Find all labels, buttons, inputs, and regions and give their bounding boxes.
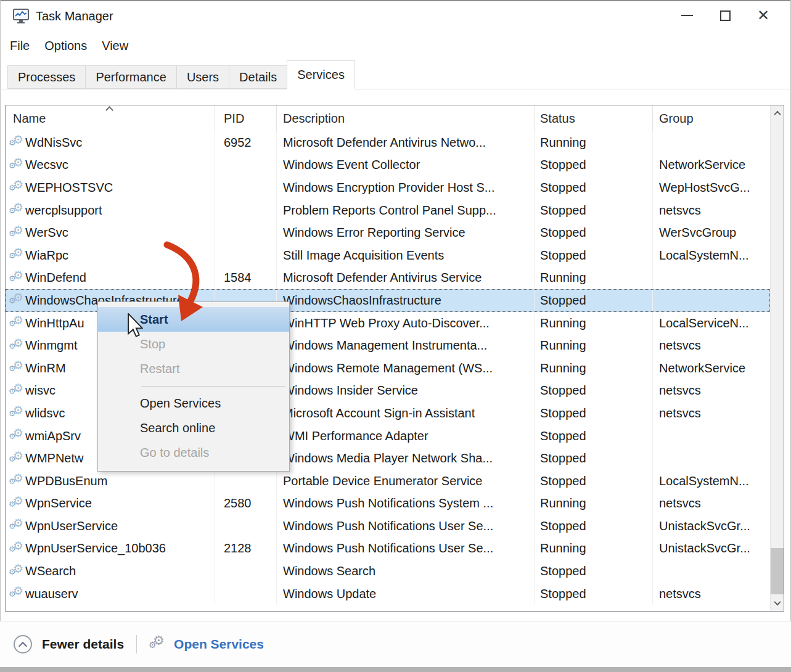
cell-description: WindowsChaosInfrastructure — [277, 289, 535, 312]
cell-status: Running — [535, 334, 653, 357]
cell-pid — [215, 244, 277, 267]
table-row[interactable]: WecsvcWindows Event CollectorStoppedNetw… — [6, 154, 770, 177]
table-row[interactable]: WdNisSvc6952Microsoft Defender Antivirus… — [6, 131, 770, 154]
cell-name: WpnUserService — [6, 515, 215, 538]
minimize-button[interactable] — [668, 3, 706, 28]
table-row[interactable]: WiaRpcStill Image Acquisition EventsStop… — [6, 244, 770, 267]
minimize-icon — [681, 15, 693, 16]
table-row[interactable]: WpnUserService_10b0362128Windows Push No… — [6, 538, 770, 560]
tab-performance[interactable]: Performance — [85, 65, 177, 89]
column-header-group[interactable]: Group — [653, 105, 770, 131]
cell-pid: 6952 — [215, 131, 277, 154]
cell-group: netsvcs — [653, 380, 770, 403]
table-row[interactable]: WerSvcWindows Error Reporting ServiceSto… — [6, 221, 770, 244]
tab-strip: ProcessesPerformanceUsersDetailsServices — [0, 59, 791, 89]
table-row[interactable]: WEPHOSTSVCWindows Encryption Provider Ho… — [6, 176, 770, 199]
cell-description: Problem Reports Control Panel Supp... — [277, 199, 535, 222]
fewer-details-toggle[interactable]: Fewer details — [14, 635, 124, 654]
cell-pid — [215, 560, 277, 583]
cell-status: Running — [535, 312, 653, 335]
cell-group: netsvcs — [653, 493, 770, 515]
table-row[interactable]: wercplsupportProblem Reports Control Pan… — [6, 199, 770, 222]
open-services-link[interactable]: Open Services — [174, 637, 264, 652]
gear-icon — [9, 451, 25, 467]
cell-group — [653, 131, 770, 154]
window-border-left — [0, 0, 1, 672]
tab-users[interactable]: Users — [176, 65, 229, 89]
cell-group — [653, 425, 770, 448]
scrollbar-down-button[interactable] — [771, 595, 784, 611]
window-title: Task Manager — [36, 9, 113, 23]
table-row[interactable]: WSearchWindows SearchStopped — [6, 560, 770, 583]
close-button[interactable]: ✕ — [744, 3, 782, 28]
cell-pid: 2128 — [215, 538, 277, 560]
cell-status: Stopped — [535, 154, 653, 177]
service-context-menu: StartStopRestartOpen ServicesSearch onli… — [97, 301, 290, 472]
menu-item-search-online[interactable]: Search online — [98, 416, 289, 440]
cell-group: UnistackSvcGr... — [653, 538, 770, 560]
menu-item-start[interactable]: Start — [98, 307, 289, 332]
column-header-description[interactable]: Description — [277, 105, 535, 131]
menu-file[interactable]: File — [2, 39, 37, 53]
tab-details[interactable]: Details — [229, 65, 287, 89]
gear-icon — [9, 518, 25, 534]
cell-description: Windows Push Notifications User Se... — [277, 538, 535, 560]
gear-icon — [9, 157, 25, 173]
cell-name: wuauserv — [6, 583, 215, 605]
cell-group: UnistackSvcGr... — [653, 515, 770, 538]
service-name: Winmgmt — [25, 338, 77, 353]
cell-group: WepHostSvcG... — [653, 176, 770, 199]
gear-icon — [9, 383, 25, 399]
cell-status: Stopped — [535, 583, 653, 605]
scrollbar-up-button[interactable] — [771, 105, 784, 121]
cell-description: Microsoft Defender Antivirus Netwo... — [277, 131, 535, 154]
vertical-scrollbar[interactable] — [770, 105, 784, 611]
maximize-button[interactable] — [706, 3, 744, 28]
table-row[interactable]: WinDefend1584Microsoft Defender Antiviru… — [6, 267, 770, 290]
service-name: WpnUserService — [25, 519, 118, 533]
cell-description: Windows Insider Service — [277, 380, 535, 403]
table-row[interactable]: WpnUserServiceWindows Push Notifications… — [6, 515, 770, 538]
cell-pid: 2580 — [215, 493, 277, 515]
cell-status: Running — [535, 538, 653, 560]
table-row[interactable]: wuauservWindows UpdateStoppednetsvcs — [6, 583, 770, 605]
cell-status: Running — [535, 357, 653, 380]
menu-separator — [141, 386, 285, 387]
cell-description: Windows Push Notifications User Se... — [277, 515, 535, 538]
title-bar[interactable]: Task Manager ✕ — [0, 1, 791, 31]
cell-description: Windows Encryption Provider Host S... — [277, 176, 535, 199]
cell-name: WdNisSvc — [6, 131, 215, 154]
table-row[interactable]: WPDBusEnumPortable Device Enumerator Ser… — [6, 470, 770, 493]
chevron-down-icon — [774, 599, 781, 605]
gear-icon — [9, 405, 25, 421]
cell-status: Running — [535, 131, 653, 154]
menu-view[interactable]: View — [94, 39, 136, 53]
cell-name: Wecsvc — [6, 154, 215, 177]
cell-name: WpnUserService_10b036 — [6, 538, 215, 560]
tab-services[interactable]: Services — [287, 60, 355, 89]
cell-pid — [215, 583, 277, 605]
menu-item-open-services[interactable]: Open Services — [98, 391, 289, 416]
menu-bar: FileOptionsView — [0, 33, 136, 58]
fewer-details-label: Fewer details — [42, 637, 124, 652]
cell-description: Windows Search — [277, 560, 535, 583]
cell-pid — [215, 176, 277, 199]
cell-status: Stopped — [535, 425, 653, 448]
cell-description: WinHTTP Web Proxy Auto-Discover... — [277, 312, 535, 335]
gear-icon — [9, 292, 25, 308]
column-header-pid[interactable]: PID — [215, 105, 277, 131]
tab-processes[interactable]: Processes — [7, 65, 86, 89]
cell-status: Stopped — [535, 221, 653, 244]
scrollbar-thumb[interactable] — [771, 548, 784, 594]
cell-group: netsvcs — [653, 583, 770, 605]
window-border-bottom[interactable] — [0, 667, 791, 672]
cell-status: Stopped — [535, 515, 653, 538]
cell-group: netsvcs — [653, 199, 770, 222]
menu-options[interactable]: Options — [37, 39, 94, 53]
gear-icon — [9, 225, 25, 241]
column-header-status[interactable]: Status — [535, 105, 653, 131]
service-name: WdNisSvc — [25, 136, 82, 150]
table-row[interactable]: WpnService2580Windows Push Notifications… — [6, 493, 770, 515]
cell-description: Windows Management Instrumenta... — [277, 334, 535, 357]
service-name: WPDBusEnum — [25, 474, 107, 488]
